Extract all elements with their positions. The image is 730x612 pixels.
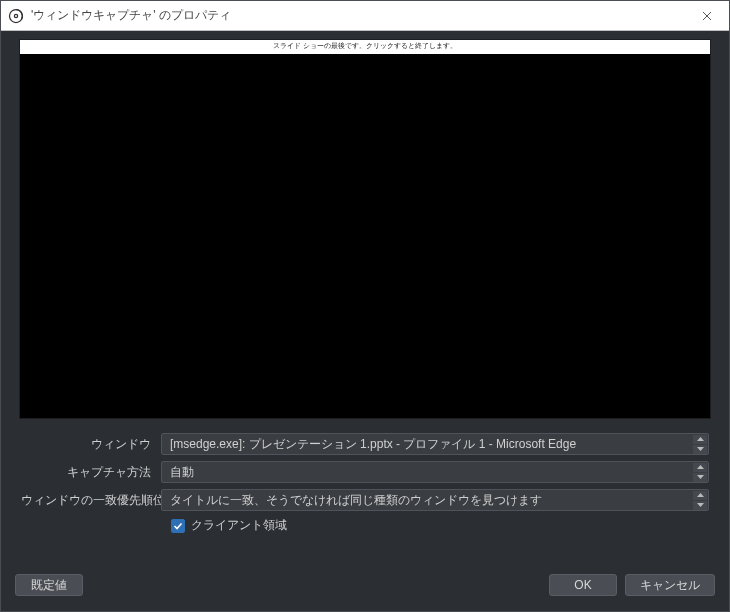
select-match-priority[interactable]: タイトルに一致、そうでなければ同じ種類のウィンドウを見つけます <box>161 489 709 511</box>
preview-source-topbar-text: スライド ショーの最後です。クリックすると終了します。 <box>20 41 710 51</box>
properties-dialog: 'ウィンドウキャプチャ' のプロパティ スライド ショーの最後です。クリックする… <box>0 0 730 612</box>
defaults-button[interactable]: 既定値 <box>15 574 83 596</box>
select-capture-method-spin-up[interactable] <box>693 463 707 472</box>
select-window-spin-up[interactable] <box>693 435 707 444</box>
row-match-priority: ウィンドウの一致優先順位 タイトルに一致、そうでなければ同じ種類のウィンドウを見… <box>21 489 709 511</box>
select-capture-method-value: 自動 <box>170 464 194 481</box>
dialog-body: スライド ショーの最後です。クリックすると終了します。 ウィンドウ [msedg… <box>1 31 729 567</box>
select-window-spin <box>692 434 708 454</box>
label-match-priority: ウィンドウの一致優先順位 <box>21 492 161 509</box>
label-capture-method: キャプチャ方法 <box>21 464 161 481</box>
select-match-priority-spin-down[interactable] <box>693 501 707 510</box>
ok-button[interactable]: OK <box>549 574 617 596</box>
select-match-priority-spin <box>692 490 708 510</box>
cancel-button[interactable]: キャンセル <box>625 574 715 596</box>
select-window-wrap: [msedge.exe]: プレゼンテーション 1.pptx - プロファイル … <box>161 433 709 455</box>
select-window-value: [msedge.exe]: プレゼンテーション 1.pptx - プロファイル … <box>170 436 576 453</box>
label-window: ウィンドウ <box>21 436 161 453</box>
checkbox-client-area[interactable] <box>171 519 185 533</box>
ok-button-label: OK <box>574 578 591 592</box>
dialog-title: 'ウィンドウキャプチャ' のプロパティ <box>31 7 685 24</box>
preview-content: スライド ショーの最後です。クリックすると終了します。 <box>20 40 710 418</box>
capture-preview: スライド ショーの最後です。クリックすると終了します。 <box>19 39 711 419</box>
app-icon <box>7 7 25 25</box>
select-match-priority-wrap: タイトルに一致、そうでなければ同じ種類のウィンドウを見つけます <box>161 489 709 511</box>
row-window: ウィンドウ [msedge.exe]: プレゼンテーション 1.pptx - プ… <box>21 433 709 455</box>
select-capture-method-spin <box>692 462 708 482</box>
cancel-button-label: キャンセル <box>640 577 700 594</box>
row-client-area: クライアント領域 <box>21 517 709 534</box>
select-capture-method[interactable]: 自動 <box>161 461 709 483</box>
properties-form: ウィンドウ [msedge.exe]: プレゼンテーション 1.pptx - プ… <box>7 429 723 534</box>
select-capture-method-spin-down[interactable] <box>693 473 707 482</box>
dialog-footer: 既定値 OK キャンセル <box>1 567 729 611</box>
svg-point-2 <box>15 15 17 17</box>
label-client-area[interactable]: クライアント領域 <box>191 517 287 534</box>
defaults-button-label: 既定値 <box>31 577 67 594</box>
row-capture-method: キャプチャ方法 自動 <box>21 461 709 483</box>
select-window[interactable]: [msedge.exe]: プレゼンテーション 1.pptx - プロファイル … <box>161 433 709 455</box>
select-window-spin-down[interactable] <box>693 445 707 454</box>
titlebar: 'ウィンドウキャプチャ' のプロパティ <box>1 1 729 31</box>
select-match-priority-value: タイトルに一致、そうでなければ同じ種類のウィンドウを見つけます <box>170 492 542 509</box>
close-button[interactable] <box>685 1 729 31</box>
select-capture-method-wrap: 自動 <box>161 461 709 483</box>
select-match-priority-spin-up[interactable] <box>693 491 707 500</box>
